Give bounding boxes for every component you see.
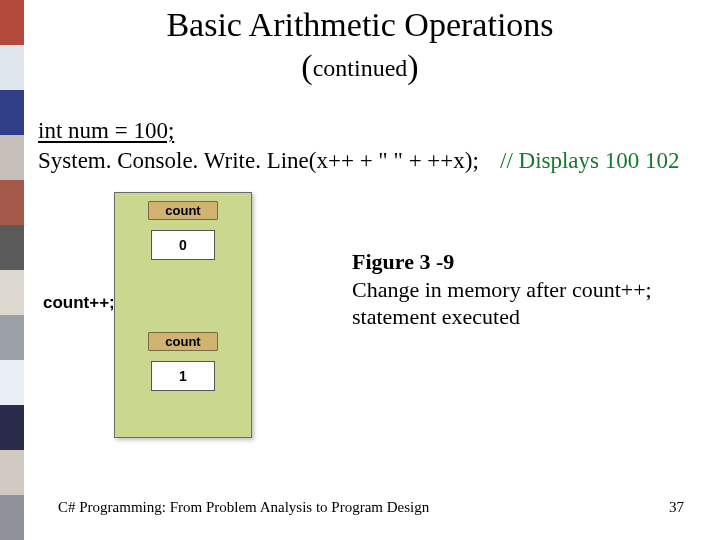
footer-source: C# Programming: From Problem Analysis to… [58,499,429,516]
memory-diagram: count 0 count++; count 1 [114,192,252,438]
slide-subtitle: (continued) [0,48,720,86]
diagram-label-bottom: count [148,332,217,351]
diagram-value-bottom: 1 [151,361,215,391]
code-declaration: int num = 100; [38,118,174,144]
diagram-label-top: count [148,201,217,220]
figure-number: Figure 3 -9 [352,249,454,274]
diagram-value-top: 0 [151,230,215,260]
figure-text: Change in memory after count++; statemen… [352,277,652,330]
diagram-statement: count++; [43,293,115,313]
figure-caption: Figure 3 -9 Change in memory after count… [352,248,692,331]
slide-title: Basic Arithmetic Operations [0,6,720,44]
code-comment: // Displays 100 102 [500,148,680,174]
page-number: 37 [669,499,684,516]
code-statement: System. Console. Write. Line(x++ + " " +… [38,148,479,174]
subtitle-text: continued [313,55,408,81]
